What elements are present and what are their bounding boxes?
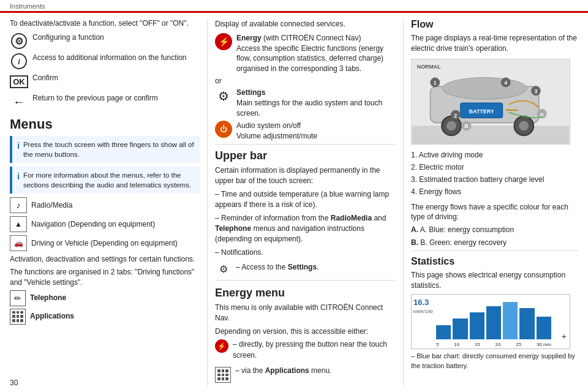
car-diagram-svg: BATTERY 1 4 2 3 A [412,59,570,144]
ok-label: OK [10,75,28,88]
svg-text:2: 2 [454,112,457,118]
bar-5 [503,302,518,339]
energy-direct-text: – directly, by pressing the button near … [233,339,396,361]
config-row: ⚙ Configuring a function [10,32,200,50]
grid-icon [10,309,26,325]
ok-icon: OK [10,73,28,90]
applications-row: Applications [10,309,200,325]
config-label: Configuring a function [32,32,200,43]
radio-media-label: Radio/Media [31,200,72,211]
stats-title: Statistics [411,256,578,267]
chart-x-labels: 5 10 15 20 25 30 min [436,342,551,347]
upper-bar-item-1: – Reminder of information from the Radio… [215,213,396,245]
telephone-label: Telephone [30,293,66,303]
apps-menu-grid-icon [215,367,231,383]
energy-menu-title: Energy menu [215,287,396,300]
navigation-icon: ▲ [10,216,27,232]
settings-label: Settings [236,88,265,97]
x-label-20: 20 [496,342,501,347]
telephone-row: ✏ Telephone [10,290,200,306]
mid-divider [215,144,396,145]
page-number-text: 30 [10,379,18,387]
mid-divider-2 [215,280,396,281]
bar-7 [537,317,551,339]
upper-bar-item-2: – Notifications. [215,247,396,258]
radio-media-row: ♪ Radio/Media [10,197,200,213]
energy-desc: Access the specific Electric functions (… [236,44,383,74]
upper-bar-desc: Certain information is displayed permane… [215,165,396,187]
chart-y-unit: kWh/100 [413,309,433,314]
activation-text: Activation, deactivation and settings fo… [10,254,200,265]
left-column: To deactivate/activate a function, selec… [10,19,200,386]
energy-lightning-icon: ⚡ [215,33,232,50]
colour-a-bold: A. [411,225,418,234]
svg-text:3: 3 [534,88,537,94]
x-label-5: 5 [436,342,439,347]
connected-text: Display of available connected services. [215,19,396,29]
svg-text:A: A [540,111,545,117]
svg-point-7 [519,121,529,130]
svg-text:4: 4 [504,80,507,86]
car-diagram: BATTERY 1 4 2 3 A [411,59,570,145]
energy-menu-access: Depending on version, this is accessible… [215,326,396,337]
header: Instruments [0,0,588,10]
settings-row: ⚙ Settings Main settings for the audio s… [215,88,396,118]
upper-bar-title: Upper bar [215,149,396,162]
pencil-icon: ✏ [10,290,26,306]
info-box-2: i For more information about the menus, … [10,167,200,194]
bar-1 [436,325,451,340]
flow-colour-a: A. A. Blue: energy consumption [411,225,578,235]
energy-sublabel: (with CITROËN Connect Nav) [263,34,361,42]
flow-list: 1. Active driving mode 2. Electric motor… [411,149,578,197]
applications-label: Applications [30,311,74,322]
apps-menu-text: – via the Applications menu. [235,366,331,376]
x-label-30: 30 min [537,342,551,347]
menus-title: Menus [10,116,200,132]
x-label-25: 25 [516,342,521,347]
blue-bar-text: – Blue bar chart: directly consumed ener… [411,352,578,371]
bar-4 [486,306,501,339]
settings-access-text: – Access to the Settings. [236,262,318,273]
info-box-2-text: For more information about the menus, re… [23,170,195,190]
info-box-1-text: Press the touch screen with three finger… [23,140,195,159]
settings-access-icon: ⚙ [215,260,232,277]
page-number: 30 [10,379,18,387]
page-title: Instruments [10,2,45,10]
stats-desc: This page shows electrical energy consum… [411,270,578,291]
info-label: Access to additional information on the … [32,53,200,63]
flow-colour-text: The energy flows have a specific colour … [411,202,578,223]
bar-3 [470,312,484,339]
audio-text: Audio system on/off Volume adjustment/mu… [236,121,396,141]
energy-label: Energy [236,34,262,42]
flow-colour-b: B. B. Green: energy recovery [411,238,578,248]
flow-desc: The page displays a real-time representa… [411,33,578,54]
radio-media-bold: RadioMedia [331,214,372,222]
info-row: i Access to additional information on th… [10,53,200,70]
right-column: Flow The page displays a real-time repre… [411,19,578,386]
chart-y-value: 16.3 [413,298,433,308]
apps-menu-row: – via the Applications menu. [215,366,396,383]
settings-access-row: ⚙ – Access to the Settings. [215,260,396,277]
flow-item-1: 1. Active driving mode [411,149,578,160]
flow-item-2: 2. Electric motor [411,162,578,173]
energy-text: Energy (with CITROËN Connect Nav) Access… [236,33,396,74]
svg-rect-1 [412,126,569,144]
confirm-label: Confirm [32,73,200,83]
chart-plus-icon: + [562,331,567,341]
settings-gear-icon: ⚙ [215,88,232,105]
svg-text:B: B [464,123,468,129]
flow-title: Flow [411,19,578,30]
info-box-1: i Press the touch screen with three fing… [10,136,200,163]
intro-text: To deactivate/activate a function, selec… [10,19,200,28]
energy-chart: 16.3 kWh/100 5 10 15 20 25 30 min + [411,294,570,349]
energy-menu-text: This menu is only available with CITROËN… [215,303,396,324]
arrow-row: ← Return to the previous page or confirm [10,93,200,110]
gear-icon: ⚙ [10,32,28,50]
col-divider-1 [207,19,208,386]
svg-text:BATTERY: BATTERY [469,108,494,114]
applications-bold: Applications [265,366,309,375]
colour-b-bold: B. [411,238,418,247]
bar-6 [519,308,534,339]
info-icon-2: i [17,171,20,183]
telephone-bold: Telephone [215,224,251,233]
